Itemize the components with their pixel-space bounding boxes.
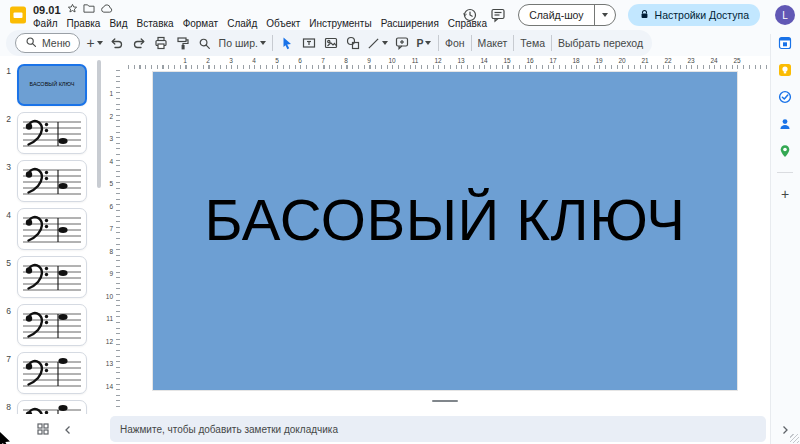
menu-item-0[interactable]: Файл <box>33 18 58 29</box>
speaker-notes-input[interactable]: Нажмите, чтобы добавить заметки докладчи… <box>110 416 766 442</box>
h-ruler-number: 16 <box>526 57 533 64</box>
filmstrip-row-4: 4 <box>0 208 104 250</box>
contacts-icon[interactable] <box>778 117 792 131</box>
slideshow-dropdown[interactable] <box>595 5 615 25</box>
calendar-icon[interactable] <box>778 36 792 50</box>
share-button[interactable]: Настройки Доступа <box>628 4 760 26</box>
toolbar-separator <box>471 35 472 51</box>
doc-title[interactable]: 09.01 <box>33 4 61 16</box>
slide-title-text[interactable]: БАСОВЫЙ КЛЮЧ <box>205 186 686 253</box>
print-button[interactable] <box>153 33 169 53</box>
comments-icon[interactable] <box>490 7 506 23</box>
h-ruler-number: 1 <box>183 57 187 64</box>
filmstrip-row-6: 6 <box>0 304 104 346</box>
toolbar: Меню + По шир. P Фон Макет Тема Выбрать <box>6 30 652 56</box>
filmstrip-scrollbar[interactable] <box>97 60 101 188</box>
menu-item-7[interactable]: Инструменты <box>309 18 371 29</box>
filmstrip-row-1: 1БАСОВЫЙ КЛЮЧ <box>0 64 104 106</box>
transition-button[interactable]: Выбрать переход <box>558 33 643 53</box>
chevron-down-icon <box>382 41 388 45</box>
slide-number: 8 <box>0 400 17 414</box>
zoom-select[interactable]: По шир. <box>219 33 266 53</box>
layout-label: Макет <box>478 37 508 49</box>
menu-item-3[interactable]: Вставка <box>136 18 173 29</box>
chevron-right-icon[interactable] <box>779 422 791 434</box>
v-ruler-number: 5 <box>109 180 113 187</box>
keep-icon[interactable] <box>778 63 792 77</box>
slideshow-button[interactable]: Слайд-шоу <box>518 4 615 26</box>
vertical-ruler: 1234567891011121314 <box>105 70 120 410</box>
v-ruler-number: 1 <box>109 90 113 97</box>
toolbar-search-field[interactable]: Меню <box>15 33 80 53</box>
pen-tool-button[interactable]: P <box>416 33 432 53</box>
paint-format-button[interactable] <box>175 33 191 53</box>
menu-item-6[interactable]: Объект <box>266 18 300 29</box>
insert-image-button[interactable] <box>323 33 339 53</box>
thumbnail-title-text: БАСОВЫЙ КЛЮЧ <box>19 66 85 104</box>
v-ruler-number: 14 <box>106 382 113 389</box>
h-ruler-number: 11 <box>412 57 419 64</box>
select-tool-button[interactable] <box>279 33 295 53</box>
insert-button[interactable]: + <box>86 33 102 53</box>
slide-canvas[interactable]: БАСОВЫЙ КЛЮЧ <box>153 72 737 390</box>
toolbar-separator <box>272 35 273 51</box>
insert-line-button[interactable] <box>367 33 388 53</box>
redo-button[interactable] <box>131 33 147 53</box>
slide-thumbnail-4[interactable] <box>17 208 87 250</box>
content-area: 1БАСОВЫЙ КЛЮЧ2 3 4 5 6 7 8 <box>0 56 770 414</box>
slide-thumbnail-5[interactable] <box>17 256 87 298</box>
h-ruler-number: 14 <box>480 57 487 64</box>
bass-clef-thumbnail-image <box>20 163 84 201</box>
slide-number: 1 <box>0 64 17 106</box>
layout-button[interactable]: Макет <box>478 33 508 53</box>
menu-item-4[interactable]: Формат <box>183 18 219 29</box>
grid-view-icon[interactable] <box>36 422 50 436</box>
slide-thumbnail-6[interactable] <box>17 304 87 346</box>
tasks-icon[interactable] <box>778 90 792 104</box>
filmstrip-row-7: 7 <box>0 352 104 394</box>
h-ruler-number: 12 <box>434 57 441 64</box>
horizontal-ruler: 1234567891011121314151617181920212223242… <box>128 57 768 69</box>
background-label: Фон <box>445 37 465 49</box>
h-ruler-number: 17 <box>549 57 556 64</box>
theme-button[interactable]: Тема <box>520 33 545 53</box>
undo-button[interactable] <box>109 33 125 53</box>
slides-logo-icon[interactable] <box>9 6 27 24</box>
filmstrip-row-5: 5 <box>0 256 104 298</box>
star-icon[interactable] <box>67 3 78 16</box>
menu-item-8[interactable]: Расширения <box>381 18 439 29</box>
bass-clef-thumbnail-image <box>20 307 84 345</box>
h-ruler-number: 7 <box>321 57 325 64</box>
slide-thumbnail-2[interactable] <box>17 112 87 154</box>
h-ruler-number: 3 <box>229 57 233 64</box>
zoom-icon[interactable] <box>197 33 213 53</box>
move-folder-icon[interactable] <box>83 3 95 16</box>
slideshow-label[interactable]: Слайд-шоу <box>519 5 594 25</box>
background-button[interactable]: Фон <box>445 33 465 53</box>
menu-item-2[interactable]: Вид <box>109 18 127 29</box>
h-ruler-number: 6 <box>298 57 302 64</box>
menu-item-1[interactable]: Правка <box>67 18 101 29</box>
text-box-button[interactable] <box>301 33 317 53</box>
menu-item-5[interactable]: Слайд <box>227 18 257 29</box>
v-ruler-number: 9 <box>109 270 113 277</box>
version-history-icon[interactable] <box>462 7 478 23</box>
window-resize-grip[interactable] <box>790 434 799 443</box>
notes-resize-handle[interactable] <box>432 400 458 402</box>
slide-number: 6 <box>0 304 17 346</box>
get-addons-button[interactable]: + <box>778 187 792 201</box>
insert-shape-button[interactable] <box>345 33 361 53</box>
slide-thumbnail-1[interactable]: БАСОВЫЙ КЛЮЧ <box>17 64 87 106</box>
cloud-status-icon[interactable] <box>100 3 113 16</box>
slide-thumbnail-3[interactable] <box>17 160 87 202</box>
toolbar-menu-label: Меню <box>42 37 70 49</box>
insert-comment-button[interactable] <box>394 33 410 53</box>
chevron-left-icon[interactable] <box>62 422 74 434</box>
v-ruler-number: 12 <box>106 337 113 344</box>
slide-thumbnail-8[interactable] <box>17 400 87 414</box>
filmstrip-row-8: 8 <box>0 400 104 414</box>
maps-icon[interactable] <box>778 144 792 158</box>
slide-thumbnail-7[interactable] <box>17 352 87 394</box>
bass-clef-thumbnail-image <box>20 211 84 249</box>
avatar[interactable]: L <box>775 5 795 25</box>
